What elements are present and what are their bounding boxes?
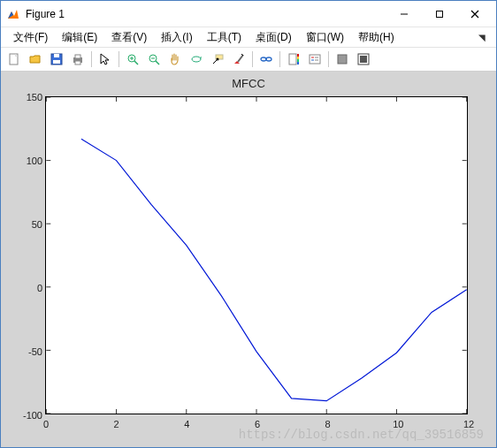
svg-rect-37 xyxy=(360,56,367,63)
chart-title: MFCC xyxy=(1,77,496,90)
svg-rect-10 xyxy=(75,61,80,65)
axes: -100-50050100150024681012 xyxy=(45,96,468,414)
svg-rect-35 xyxy=(338,55,347,64)
svg-rect-1 xyxy=(437,11,443,17)
menu-tools[interactable]: 工具(T) xyxy=(202,28,247,47)
svg-rect-25 xyxy=(289,54,296,65)
pointer-button[interactable] xyxy=(96,49,115,69)
svg-line-12 xyxy=(134,61,138,65)
series-line xyxy=(81,139,467,400)
matlab-icon xyxy=(6,7,20,21)
pan-button[interactable] xyxy=(165,49,185,69)
menu-view[interactable]: 查看(V) xyxy=(106,28,152,47)
toolbar-separator xyxy=(91,51,92,67)
new-figure-button[interactable] xyxy=(4,49,24,69)
open-button[interactable] xyxy=(26,49,45,69)
svg-rect-9 xyxy=(75,55,80,58)
menu-help[interactable]: 帮助(H) xyxy=(353,28,400,47)
legend-button[interactable] xyxy=(305,49,325,69)
close-button[interactable] xyxy=(457,2,493,27)
toolbar-dropdown-icon[interactable]: ◥ xyxy=(478,33,489,42)
titlebar: Figure 1 xyxy=(1,1,496,27)
print-button[interactable] xyxy=(68,49,88,69)
colorbar-button[interactable] xyxy=(284,49,303,69)
toolbar-separator xyxy=(252,51,253,67)
zoom-out-button[interactable] xyxy=(144,49,164,69)
x-tick-label: 0 xyxy=(43,419,49,429)
svg-rect-30 xyxy=(310,55,320,64)
window-title: Figure 1 xyxy=(26,8,386,20)
maximize-button[interactable] xyxy=(422,2,457,27)
svg-rect-6 xyxy=(54,54,59,57)
brush-button[interactable] xyxy=(229,49,248,69)
svg-point-21 xyxy=(217,58,219,61)
menu-window[interactable]: 窗口(W) xyxy=(301,28,349,47)
svg-rect-28 xyxy=(297,59,299,62)
toolbar-separator xyxy=(279,51,280,67)
y-tick-label: 0 xyxy=(11,283,42,293)
svg-rect-7 xyxy=(53,60,60,64)
save-button[interactable] xyxy=(47,49,66,69)
rotate-button[interactable] xyxy=(187,49,206,69)
data-cursor-button[interactable] xyxy=(208,49,227,69)
x-tick-label: 4 xyxy=(184,419,189,429)
y-tick-label: -50 xyxy=(11,346,42,357)
toolbar xyxy=(1,47,496,72)
watermark: https://blog.csdn.net/qq_39516859 xyxy=(239,428,484,442)
menubar: 文件(F) 编辑(E) 查看(V) 插入(I) 工具(T) 桌面(D) 窗口(W… xyxy=(1,27,496,47)
figure-canvas[interactable]: MFCC -100-50050100150024681012 https://b… xyxy=(1,72,496,447)
toolbar-separator xyxy=(119,51,119,67)
svg-rect-27 xyxy=(297,57,299,59)
line-plot xyxy=(46,97,467,414)
zoom-in-button[interactable] xyxy=(123,49,142,69)
y-tick-label: 100 xyxy=(11,156,42,166)
figure-window: Figure 1 文件(F) 编辑(E) 查看(V) 插入(I) 工具(T) 桌… xyxy=(0,0,497,448)
toolbar-separator xyxy=(328,51,329,67)
menu-file[interactable]: 文件(F) xyxy=(8,28,53,47)
y-tick-label: 150 xyxy=(11,92,42,103)
svg-point-18 xyxy=(192,57,201,62)
hide-tools-button[interactable] xyxy=(333,49,352,69)
menu-desktop[interactable]: 桌面(D) xyxy=(250,28,297,47)
svg-line-22 xyxy=(238,55,243,62)
y-tick-label: -100 xyxy=(11,410,42,421)
dock-button[interactable] xyxy=(354,49,373,69)
menu-insert[interactable]: 插入(I) xyxy=(156,28,197,47)
svg-line-16 xyxy=(156,61,159,65)
svg-rect-29 xyxy=(297,62,299,65)
svg-point-24 xyxy=(266,57,271,61)
minimize-button[interactable] xyxy=(386,2,422,27)
svg-rect-26 xyxy=(297,54,299,57)
menu-edit[interactable]: 编辑(E) xyxy=(57,28,103,47)
svg-point-23 xyxy=(261,57,266,61)
y-tick-label: 50 xyxy=(11,219,42,230)
link-plot-button[interactable] xyxy=(256,49,276,69)
x-tick-label: 2 xyxy=(114,419,119,429)
